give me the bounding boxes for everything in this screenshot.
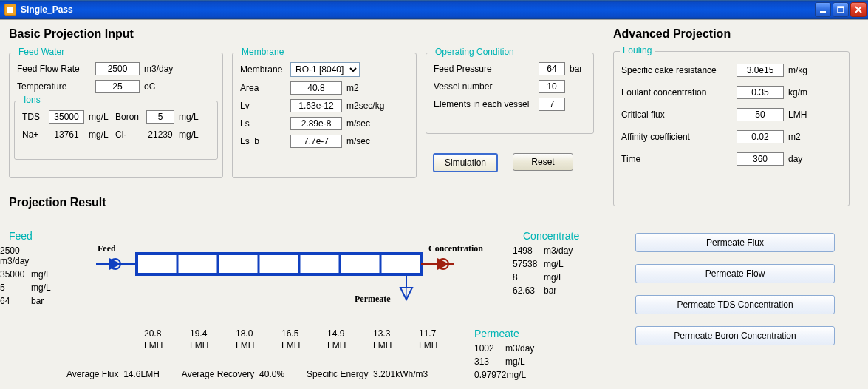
lsb-label: Ls_b	[240, 136, 286, 146]
vessel-number-label: Vessel number	[434, 81, 534, 92]
concentrate-heading: Concentrate	[523, 230, 579, 242]
summary-row: Average Flux 14.6LMH Average Recovery 40…	[66, 369, 428, 379]
fouling-group: Fouling Specific cake resistance m/kg Fo…	[613, 51, 850, 206]
lmh-values: 20.8LMH 19.4LMH 18.0LMH 16.5LMH 14.9LMH …	[144, 328, 448, 351]
feed-result-values: 2500m3/day 35000mg/L 5mg/L 64bar	[0, 246, 59, 309]
affinity-label: Affinity coefficient	[621, 132, 732, 142]
feed-water-group: Feed Water Feed Flow Rate m3/day Tempera…	[9, 53, 223, 178]
ls-input[interactable]	[290, 117, 342, 130]
permeate-values: 1002m3/day 313mg/L 0.97972mg/L	[474, 343, 534, 383]
svg-rect-2	[838, 7, 844, 8]
boron-input[interactable]	[146, 110, 174, 124]
operating-legend: Operating Condition	[432, 47, 517, 57]
lv-unit: m2sec/kg	[346, 101, 384, 111]
feed-flow-label: Feed Flow Rate	[17, 64, 91, 74]
feed-result-heading: Feed	[9, 230, 33, 242]
permeate-flow-button[interactable]: Permeate Flow	[635, 264, 835, 283]
basic-input-heading: Basic Projection Input	[9, 27, 600, 41]
cake-label: Specific cake resistance	[621, 65, 732, 75]
temperature-label: Temperature	[17, 81, 91, 92]
svg-rect-0	[820, 11, 826, 13]
permeate-tds-button[interactable]: Permeate TDS Concentration	[635, 295, 835, 314]
cake-unit: m/kg	[788, 65, 807, 75]
feed-pressure-input[interactable]	[539, 62, 565, 75]
membrane-select[interactable]: RO-1 [8040]	[290, 62, 360, 77]
close-button[interactable]	[850, 2, 867, 17]
time-label: Time	[621, 154, 732, 164]
membrane-group: Membrane Membrane RO-1 [8040] Area m2 Lv…	[232, 53, 417, 178]
foulant-input[interactable]	[737, 86, 784, 99]
critical-flux-unit: LMH	[788, 109, 807, 120]
boron-unit: mg/L	[179, 112, 199, 122]
na-label: Na+	[22, 129, 44, 140]
ls-unit: m/sec	[346, 118, 370, 129]
time-input[interactable]	[737, 152, 784, 166]
boron-label: Boron	[115, 112, 142, 122]
lsb-input[interactable]	[290, 135, 342, 148]
cake-input[interactable]	[737, 64, 784, 77]
ions-legend: Ions	[21, 95, 44, 105]
operating-group: Operating Condition Feed Pressure bar Ve…	[426, 53, 594, 134]
tds-label: TDS	[22, 112, 44, 122]
temperature-unit: oC	[144, 81, 155, 92]
feed-flow-input[interactable]	[95, 62, 140, 75]
permeate-boron-button[interactable]: Permeate Boron Concentration	[635, 326, 835, 345]
vessel-number-input[interactable]	[539, 80, 565, 93]
cl-label: Cl-	[115, 129, 142, 140]
lv-label: Lv	[240, 101, 286, 111]
projection-result-heading: Projection Result	[9, 196, 106, 209]
reset-button[interactable]: Reset	[513, 153, 573, 171]
tds-input[interactable]	[49, 110, 84, 124]
lsb-unit: m/sec	[346, 136, 370, 146]
svg-rect-6	[137, 254, 421, 274]
feed-pressure-label: Feed Pressure	[434, 64, 534, 74]
feed-flow-unit: m3/day	[144, 64, 173, 74]
maximize-button[interactable]	[833, 2, 849, 17]
app-icon	[4, 4, 16, 16]
ions-group: Ions TDS mg/L Boron mg/L Na+ 13761 mg/L …	[14, 101, 218, 160]
membrane-legend: Membrane	[239, 47, 287, 57]
simulation-button[interactable]: Simulation	[433, 153, 498, 172]
na-value: 13761	[49, 129, 84, 140]
foulant-label: Foulant concentration	[621, 87, 732, 98]
feed-water-legend: Feed Water	[16, 47, 67, 57]
permeate-heading: Permeate	[474, 328, 519, 339]
minimize-button[interactable]	[815, 2, 831, 17]
elements-label: Elements in each vessel	[434, 99, 534, 109]
area-input[interactable]	[290, 81, 342, 95]
fouling-legend: Fouling	[620, 45, 655, 55]
tds-unit: mg/L	[89, 112, 111, 122]
window-title: Single_Pass	[21, 0, 73, 19]
foulant-unit: kg/m	[788, 87, 807, 98]
vessel-diagram: Feed Concentration Permeate	[96, 242, 495, 301]
area-label: Area	[240, 83, 286, 93]
time-unit: day	[788, 154, 802, 164]
temperature-input[interactable]	[95, 80, 140, 93]
critical-flux-input[interactable]	[737, 108, 784, 121]
permeate-flux-button[interactable]: Permeate Flux	[635, 233, 835, 252]
advanced-heading: Advanced Projection	[613, 27, 857, 41]
titlebar: Single_Pass	[0, 0, 868, 19]
concentrate-values: 1498m3/day 57538mg/L 8mg/L 62.63bar	[513, 246, 573, 299]
lv-input[interactable]	[290, 99, 342, 112]
elements-input[interactable]	[539, 98, 565, 111]
na-unit: mg/L	[89, 129, 111, 140]
area-unit: m2	[346, 83, 359, 93]
affinity-unit: m2	[788, 132, 801, 142]
membrane-label: Membrane	[240, 64, 286, 75]
cl-unit: mg/L	[179, 129, 199, 140]
affinity-input[interactable]	[737, 130, 784, 143]
cl-value: 21239	[146, 129, 174, 140]
critical-flux-label: Critical flux	[621, 109, 732, 120]
feed-pressure-unit: bar	[570, 64, 582, 74]
ls-label: Ls	[240, 118, 286, 129]
